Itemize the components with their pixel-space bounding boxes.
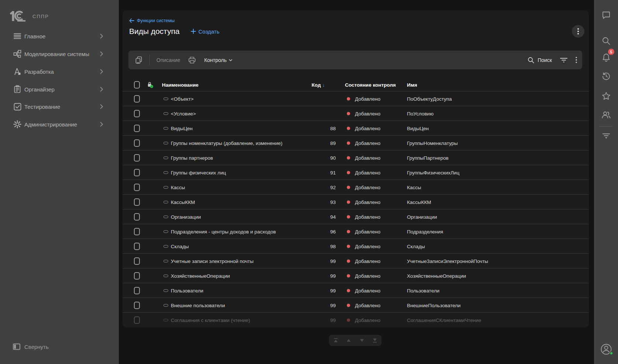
bell-icon [602,53,610,62]
toolbar-kebab-button[interactable] [576,57,577,63]
table-row[interactable]: Склады 98 Добавлено Склады [122,239,589,254]
print-button[interactable] [188,56,196,64]
sidebar-item-1[interactable]: Главное [0,29,119,44]
row-checkbox[interactable] [134,257,140,265]
row-status: Добавлено [355,268,380,283]
table-row[interactable]: Пользователи 99 Добавлено Пользователи [122,283,589,298]
sidebar-item-4[interactable]: Органайзер [0,82,119,97]
control-dropdown[interactable]: Контроль [204,57,232,63]
sidebar-item-6[interactable]: Администрирование [0,117,119,132]
row-checkbox[interactable] [134,154,140,162]
row-internal-name: Подразделения [407,224,443,239]
row-name: <Объект> [171,91,194,106]
sidebar-item-2[interactable]: Моделирование системы [0,46,119,61]
chat-icon [602,11,611,19]
collapse-sidebar-button[interactable]: Свернуть [0,339,119,354]
row-internal-name: ГруппыФизическихЛиц [407,165,459,180]
chevron-down-icon [229,59,232,61]
notifications-button[interactable] [602,53,610,62]
collapse-icon [13,343,21,350]
favorites-button[interactable] [602,92,611,100]
table-row[interactable]: Подразделения - центры доходов и расходо… [122,224,589,239]
go-first-button[interactable] [330,336,341,345]
status-dot [347,171,350,174]
online-status-dot [610,351,613,355]
row-checkbox[interactable] [134,184,140,191]
row-internal-name: ГруппыПартнеров [407,150,449,165]
users-button[interactable] [601,111,611,119]
description-button[interactable]: Описание [156,57,180,63]
row-code: 91 [307,165,336,180]
pager [329,335,381,346]
row-code: 90 [307,150,336,165]
history-button[interactable] [602,72,611,81]
status-dot [347,112,350,115]
row-checkbox[interactable] [134,110,140,117]
table-row[interactable]: Учетные записи электронной почты 99 Доба… [122,254,589,268]
chevron-right-icon [98,68,105,75]
row-checkbox[interactable] [134,228,140,235]
status-dot [347,215,350,218]
row-status: Добавлено [355,165,380,180]
row-checkbox[interactable] [134,198,140,206]
row-checkbox[interactable] [134,302,140,309]
row-checkbox[interactable] [134,272,140,280]
plus-icon [191,29,196,34]
table-row[interactable]: Соглашения с клиентами (чтение) 99 Добав… [122,313,589,327]
row-checkbox[interactable] [134,213,140,221]
table-row[interactable]: Группы партнеров 90 Добавлено ГруппыПарт… [122,150,589,165]
table-row[interactable]: Кассы 92 Добавлено Кассы [122,180,589,195]
gear-icon [13,120,21,128]
row-code: 99 [307,283,336,298]
row-checkbox[interactable] [134,287,140,294]
row-checkbox[interactable] [134,316,140,324]
search-icon [528,57,534,63]
discussions-button[interactable] [602,11,611,19]
global-search-button[interactable] [602,37,610,45]
row-checkbox[interactable] [134,95,140,103]
page-up-button[interactable] [343,336,354,345]
catalog-item-icon [163,289,168,292]
go-last-button[interactable] [369,336,380,345]
catalog-item-icon [163,201,168,203]
status-dot [347,126,350,130]
row-checkbox[interactable] [134,139,140,147]
search-button[interactable]: Поиск [528,57,552,63]
toolbar-left-group: Описание Контроль [135,51,232,69]
row-checkbox[interactable] [134,125,140,132]
row-internal-name: ПоОбъектуДоступа [407,91,452,106]
table-row[interactable]: КассыККМ 93 Добавлено КассыККМ [122,195,589,209]
create-button[interactable]: Создать [191,28,220,35]
status-dot [347,230,350,233]
column-header-internal-name[interactable]: Имя [407,79,417,91]
chevron-right-icon [98,103,105,110]
table-row[interactable]: ХозяйственныеОперации 99 Добавлено Хозяй… [122,268,589,283]
table-row[interactable]: <Объект> Добавлено ПоОбъектуДоступа [122,91,589,106]
breadcrumb[interactable]: Функции системы [129,18,175,24]
panel-settings-button[interactable] [602,133,610,139]
list-toolbar: Описание Контроль [128,51,582,69]
page-down-button[interactable] [356,336,367,345]
table-row[interactable]: ВидыЦен 88 Добавлено ВидыЦен [122,121,589,136]
table-row[interactable]: Группы физических лиц 91 Добавлено Групп… [122,165,589,180]
column-header-name[interactable]: Наименование [162,79,198,91]
catalog-item-icon [163,171,168,174]
row-checkbox[interactable] [134,169,140,176]
table-row[interactable]: Внешние пользователи 99 Добавлено Внешни… [122,298,589,313]
sidebar-item-5[interactable]: Тестирование [0,99,119,114]
row-checkbox[interactable] [134,243,140,250]
sidebar-item-3[interactable]: Разработка [0,64,119,79]
more-actions-button[interactable] [572,25,584,38]
table-row[interactable]: Группы номенклатуры (добавление, изменен… [122,136,589,150]
status-dot [347,141,350,145]
row-status: Добавлено [355,106,380,121]
column-header-code[interactable]: Код ↓ [296,79,325,91]
filter-button[interactable] [560,58,567,63]
copy-button[interactable] [135,56,143,64]
people-icon [601,111,611,119]
table-row[interactable]: Организации 94 Добавлено Организации [122,209,589,224]
select-all-checkbox[interactable] [134,81,140,89]
row-name: Группы партнеров [171,150,213,165]
table-row[interactable]: <Условие> Добавлено ПоУсловию [122,106,589,121]
column-header-status[interactable]: Состояние контроля [345,79,396,91]
